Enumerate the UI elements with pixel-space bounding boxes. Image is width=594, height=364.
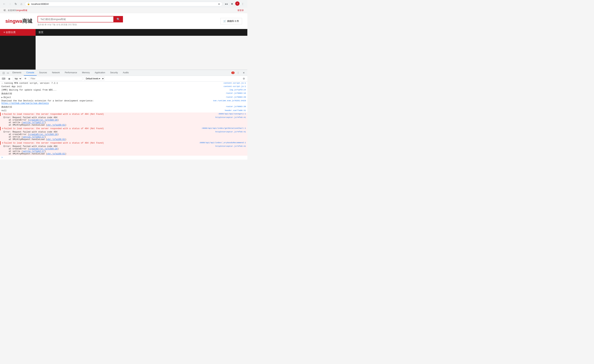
search-button[interactable]: 🔍 (114, 16, 123, 22)
browser-toolbar: ← → ↻ ⌂ 🔓 localhost:8080/#/ ★ ●● ✖ Y ⋮ (0, 0, 247, 8)
xhr-link3[interactable]: xhr.js?a169:61 (47, 153, 65, 155)
devtools-device-button[interactable]: ▭ (6, 71, 10, 75)
category-dropdown (0, 36, 36, 70)
console-error-detail-text: Error: Request failed with status code 4… (1, 145, 215, 155)
console-line: null header.vue77a90:31 (0, 109, 247, 112)
tab-elements[interactable]: Elements (10, 70, 24, 76)
console-error-text: ⊘Failed to load resource: the server res… (2, 113, 218, 115)
console-error-detail-text: Error: Request failed with status code 4… (1, 116, 215, 126)
console-text: 路由执行后 (1, 106, 226, 108)
console-error-line-1: ⊘Failed to load resource: the server res… (0, 112, 247, 116)
xhr-link[interactable]: xhr.js?a169:61 (47, 124, 65, 126)
console-text: Content App init (1, 85, 224, 88)
login-link[interactable]: 请登录 (237, 9, 244, 12)
console-prompt[interactable]: > (0, 156, 247, 160)
console-line: [HMR] Waiting for update signal from WDS… (0, 88, 247, 92)
tab-network[interactable]: Network (49, 70, 62, 76)
console-error-detail-3: Error: Request failed with status code 4… (0, 145, 247, 156)
settle-link2[interactable]: settle.js?1eb2:17 (23, 136, 45, 138)
error-count-badge: 3 (231, 72, 235, 74)
console-toolbar: ⌨ ◉ top 👁 Default levels ▾ ⚙ (0, 76, 247, 82)
console-error-text: ⊘Failed to load resource: the server res… (2, 127, 201, 130)
back-button[interactable]: ← (2, 2, 7, 6)
categories-label: ≡ 全部分类 (4, 31, 16, 34)
console-source[interactable]: :8080/api/api/index/getRotationChart:1 (201, 127, 246, 129)
devtools-inspect-button[interactable]: ◫ (1, 71, 6, 75)
profile-icon[interactable]: Y (235, 1, 240, 6)
extensions2-button[interactable]: ✖ (230, 1, 235, 7)
console-source[interactable]: header.vue77a90:31 (225, 109, 246, 112)
search-container: 🔍 连衣裙 裤 衬衫 T恤 女包 家居服 2017新款 (38, 16, 123, 26)
website: 嗯，欢迎来到singwa商城 请登录 singwa商城 🔍 连衣裙 裤 衬衫 T… (0, 8, 247, 70)
console-source[interactable]: router.js?9883:16 (226, 92, 246, 94)
tab-audits[interactable]: Audits (120, 70, 131, 76)
categories-menu[interactable]: ≡ 全部分类 (0, 29, 36, 36)
console-error-text: ⊘Failed to load resource: the server res… (2, 142, 199, 144)
eye-button[interactable]: 👁 (23, 76, 27, 81)
console-source[interactable]: httpInterceptor.js?4fe9:41 (215, 131, 246, 133)
console-source[interactable]: httpInterceptor.js?4fe9:41 (215, 145, 246, 147)
home-button[interactable]: ⌂ (19, 2, 23, 6)
console-line: 路由执行前 router.js?9883:16 (0, 92, 247, 96)
console-line: → running MPA content script, version: 7… (0, 82, 247, 85)
create-error-link2[interactable]: createError.js?c5b9:16 (29, 133, 57, 136)
forward-button[interactable]: → (8, 2, 12, 6)
console-text: ▶Object (1, 96, 226, 99)
clear-console-button[interactable]: ⌨ (1, 76, 6, 81)
console-source[interactable]: content-script.js:1 (224, 85, 246, 88)
search-bar: 🔍 (38, 16, 123, 22)
tab-memory[interactable]: Memory (80, 70, 92, 76)
address-bar[interactable]: 🔓 localhost:8080/#/ ★ (25, 2, 223, 6)
devtools-close-button[interactable]: ✕ (242, 71, 246, 75)
filter-input[interactable] (29, 77, 82, 81)
cart-icon: 🛒 (223, 20, 226, 22)
console-source[interactable]: log.js?1afd:24 (230, 89, 246, 91)
header: singwa商城 🔍 连衣裙 裤 衬衫 T恤 女包 家居服 2017新款 🛒 购… (0, 13, 247, 29)
console-line: ▶Object router.js?9883:20 (0, 96, 247, 99)
context-select[interactable]: top (13, 77, 22, 81)
create-error-link[interactable]: createError.js?c5b9:16 (29, 119, 57, 121)
menu-button[interactable]: ⋮ (240, 1, 245, 7)
console-source[interactable]: httpInterceptor.js?4fe9:41 (215, 116, 246, 119)
settle-link3[interactable]: settle.js?1eb2:17 (23, 150, 45, 153)
console-source[interactable]: router.js?9883:39 (226, 106, 246, 108)
tab-console[interactable]: Console (24, 70, 37, 76)
cart-button[interactable]: 🛒 购物车 0 件 (220, 18, 242, 24)
create-error-link3[interactable]: createError.js?c5b9:16 (29, 148, 57, 150)
main-content (0, 36, 247, 70)
tab-application[interactable]: Application (92, 70, 108, 76)
reload-button[interactable]: ↻ (14, 2, 18, 6)
console-line: 路由执行后 router.js?9883:39 (0, 105, 247, 109)
console-source[interactable]: :8080/api/api/index/_oryGoodsRecommend:1 (199, 142, 246, 144)
vue-devtools-link[interactable]: https://github.com/vuejs/vue-devtools (1, 102, 49, 105)
nav-item-home[interactable]: 首页 (36, 29, 46, 36)
console-source[interactable]: :8080/api/api/category:1 (218, 113, 246, 115)
levels-select[interactable]: Default levels ▾ (84, 77, 104, 81)
tab-security[interactable]: Security (108, 70, 120, 76)
tab-performance[interactable]: Performance (62, 70, 80, 76)
console-source[interactable]: vue.runtime.esm.js?0261:8429 (213, 100, 246, 102)
devtools-more-button[interactable]: ⋮ (236, 71, 240, 75)
console-source[interactable]: content-script.js:1 (224, 82, 246, 84)
pause-button[interactable]: ◉ (7, 76, 11, 81)
devtools-tabs: ◫ ▭ Elements Console Sources Network Per… (0, 70, 247, 76)
url-input[interactable]: localhost:8080/#/ (31, 3, 216, 5)
logo-prefix: singwa (5, 18, 22, 24)
devtools-tab-actions: 3 ⋮ ✕ (231, 71, 246, 75)
console-text: Download the Vue Devtools extension for … (1, 100, 213, 105)
tab-sources[interactable]: Sources (37, 70, 49, 76)
search-input[interactable] (38, 16, 114, 22)
settle-link[interactable]: settle.js?1eb2:17 (23, 121, 45, 124)
console-line: Content App init content-script.js:1 (0, 85, 247, 88)
console-source[interactable]: router.js?9883:20 (226, 96, 246, 98)
console-text: [HMR] Waiting for update signal from WDS… (1, 89, 230, 91)
console-error-detail-2: Error: Request failed with status code 4… (0, 130, 247, 141)
cart-label: 购物车 0 件 (227, 20, 239, 23)
console-line: Download the Vue Devtools extension for … (0, 99, 247, 105)
console-text: null (1, 109, 225, 112)
settings-button[interactable]: ⚙ (242, 76, 246, 81)
extensions-button[interactable]: ●● (224, 1, 229, 7)
xhr-link2[interactable]: xhr.js?a169:61 (47, 138, 65, 141)
devtools-panel: ◫ ▭ Elements Console Sources Network Per… (0, 70, 247, 160)
browser-actions: ●● ✖ Y ⋮ (224, 1, 245, 7)
